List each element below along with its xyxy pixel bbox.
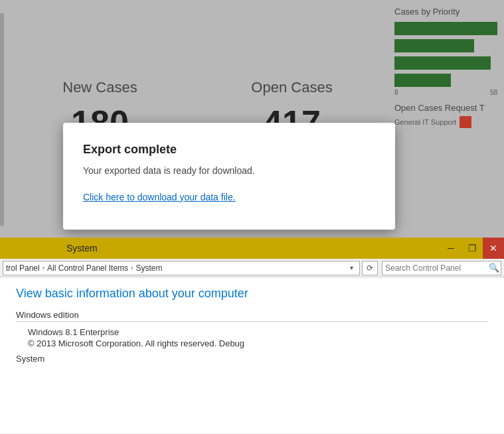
axis-min: 8	[394, 89, 398, 96]
chart-bar-row-2	[394, 39, 497, 52]
copyright-text: © 2013 Microsoft Corporation. All rights…	[28, 338, 488, 348]
new-cases-title: New Cases	[62, 79, 137, 96]
chart-bar-3	[394, 56, 491, 70]
open-cases-section: Open Cases Request T General IT Support	[394, 103, 497, 128]
page-heading: View basic information about your comput…	[16, 287, 488, 301]
chart-bar-row-1	[394, 22, 497, 35]
windows-edition-value: Windows 8.1 Enterprise	[28, 327, 488, 337]
system-section-label: System	[16, 354, 488, 364]
explorer-window: trol Panel › All Control Panel Items › S…	[0, 259, 504, 434]
export-modal: Export complete Your exported data is re…	[63, 123, 395, 230]
address-bar: trol Panel › All Control Panel Items › S…	[0, 259, 504, 277]
minimize-button[interactable]: ─	[440, 238, 462, 259]
chart-bar-row-4	[394, 74, 497, 87]
chart-bar-4	[394, 74, 451, 87]
open-cases-title: Open Cases	[251, 79, 332, 96]
general-it-row: General IT Support	[394, 116, 497, 128]
windows-edition-label: Windows edition	[16, 310, 488, 322]
download-link[interactable]: Click here to download your data file.	[83, 192, 236, 202]
breadcrumb-arrow-1: ›	[42, 264, 44, 271]
search-button[interactable]: 🔍	[487, 261, 501, 275]
restore-button[interactable]: ❐	[462, 238, 483, 259]
breadcrumb-item-3: System	[135, 263, 162, 273]
axis-max: 58	[490, 89, 497, 96]
taskbar-controls: ─ ❐ ✕	[440, 238, 504, 259]
refresh-button[interactable]: ⟳	[362, 261, 378, 275]
taskbar-title: System	[66, 243, 98, 253]
chart-bar-row-3	[394, 56, 497, 70]
general-it-label: General IT Support	[394, 118, 456, 126]
breadcrumb-dropdown-icon[interactable]: ▾	[346, 263, 357, 273]
general-it-bar	[460, 116, 471, 128]
breadcrumb-item-2: All Control Panel Items	[47, 263, 128, 273]
modal-body: Your exported data is ready for download…	[83, 165, 375, 178]
search-box: 🔍	[382, 261, 501, 275]
content-area: View basic information about your comput…	[0, 277, 504, 433]
breadcrumb-container: trol Panel › All Control Panel Items › S…	[3, 261, 360, 275]
chart-title: Cases by Priority	[394, 7, 497, 17]
chart-bar-1	[394, 22, 497, 35]
chart-axis: 8 58	[394, 89, 497, 96]
breadcrumb-arrow-2: ›	[131, 264, 133, 271]
breadcrumb-item-1: trol Panel	[6, 263, 40, 273]
taskbar: System ─ ❐ ✕	[0, 238, 504, 259]
search-input[interactable]	[382, 263, 487, 273]
open-cases-section-title: Open Cases Request T	[394, 103, 497, 113]
dashboard-chart: Cases by Priority 8 58 Open Cases Reques…	[388, 0, 504, 239]
close-button[interactable]: ✕	[483, 238, 504, 259]
modal-title: Export complete	[83, 143, 375, 157]
chart-bar-2	[394, 39, 474, 52]
chart-bars-container	[394, 22, 497, 87]
